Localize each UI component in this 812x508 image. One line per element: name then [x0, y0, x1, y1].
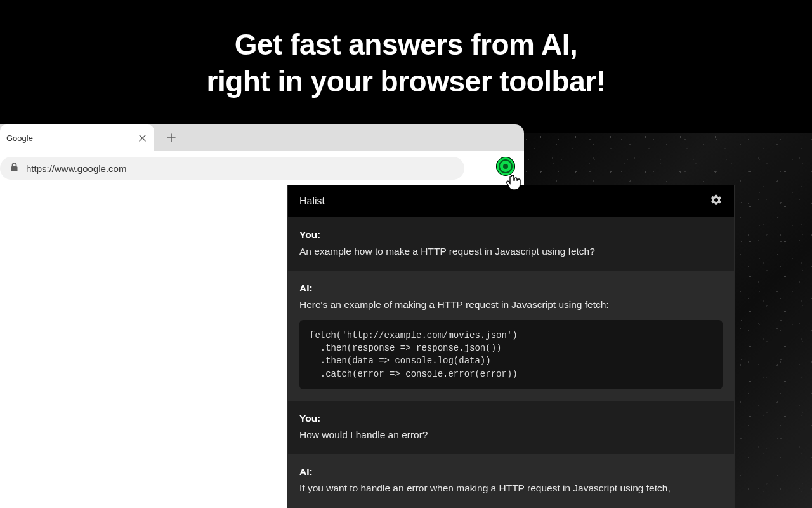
url-text: https://www.google.com [26, 163, 126, 174]
message-text: If you want to handle an error when maki… [299, 481, 723, 496]
chat-message-ai: AI: If you want to handle an error when … [288, 454, 734, 507]
tab-bar: Google [0, 124, 524, 151]
tab-title: Google [5, 133, 136, 143]
hero-line-1: Get fast answers from AI, [235, 28, 578, 61]
chat-message-user: You: How would I handle an error? [288, 401, 734, 454]
browser-tab[interactable]: Google [0, 124, 154, 151]
extension-popup: Halist You: An example how to make a HTT… [287, 185, 735, 508]
hero: Get fast answers from AI, right in your … [0, 0, 812, 100]
chat-message-ai: AI: Here's an example of making a HTTP r… [288, 271, 734, 401]
message-text: An example how to make a HTTP request in… [299, 244, 723, 259]
message-sender: AI: [299, 281, 723, 296]
code-block[interactable]: fetch('http://example.com/movies.json') … [299, 320, 723, 389]
chat-message-user: You: An example how to make a HTTP reque… [288, 217, 734, 271]
message-text: Here's an example of making a HTTP reque… [299, 297, 723, 312]
message-sender: You: [299, 411, 723, 426]
hero-line-2: right in your browser toolbar! [206, 65, 605, 98]
extension-icon[interactable] [496, 157, 515, 176]
url-input[interactable]: https://www.google.com [0, 157, 464, 180]
message-text: How would I handle an error? [299, 427, 723, 443]
popup-title: Halist [299, 196, 325, 207]
message-sender: AI: [299, 464, 723, 479]
svg-rect-0 [11, 166, 18, 171]
popup-header: Halist [288, 185, 734, 217]
browser-content [0, 185, 289, 508]
address-bar: https://www.google.com [0, 151, 524, 185]
close-icon[interactable] [136, 132, 148, 144]
new-tab-button[interactable] [162, 128, 181, 147]
message-sender: You: [299, 227, 723, 243]
lock-icon [10, 163, 18, 174]
gear-icon[interactable] [710, 194, 723, 209]
